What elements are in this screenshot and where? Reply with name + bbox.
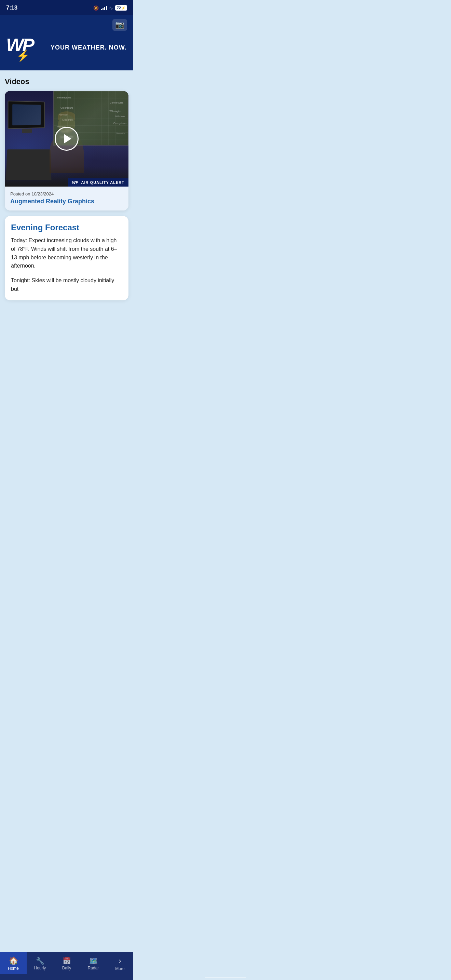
monitor-left [8,100,45,129]
play-button[interactable] [55,127,79,151]
forecast-card: Evening Forecast Today: Expect increasin… [5,216,129,301]
battery-unit: ⚡ [121,6,125,10]
air-quality-banner: WP AIR QUALITY ALERT [68,178,129,186]
battery-level: 72 [117,6,121,10]
battery-badge: 72 ⚡ [115,5,127,11]
video-title[interactable]: Augmented Reality Graphics [10,198,123,205]
header-top: 📷 [6,19,127,31]
play-triangle-icon [64,134,71,143]
signal-bar-4 [106,6,107,10]
main-content: Videos Ind [0,70,133,340]
videos-section-title: Videos [5,77,129,86]
camera-icon[interactable]: 📷 [113,19,127,31]
laptop [6,150,52,180]
lightning-icon: ⚡ [16,49,30,62]
aq-wp-logo: WP [72,180,79,185]
status-time: 7:13 [6,5,17,11]
video-thumbnail[interactable]: Indianapolis Connersville Greensburg Wil… [5,91,129,186]
mute-icon: 🔕 [93,5,99,11]
forecast-today-text: Today: Expect increasing clouds with a h… [11,237,122,270]
signal-bars [101,5,107,10]
tagline: YOUR WEATHER. NOW. [51,44,127,51]
wifi-icon: ∿ [109,5,113,11]
logo-container: WP ⚡ [6,35,37,59]
app-header: 📷 WP ⚡ YOUR WEATHER. NOW. [0,15,133,70]
status-bar: 7:13 🔕 ∿ 72 ⚡ [0,0,133,15]
header-content: WP ⚡ YOUR WEATHER. NOW. [6,34,127,62]
video-info: Posted on 10/23/2024 Augmented Reality G… [5,186,129,210]
video-posted-date: Posted on 10/23/2024 [10,191,123,196]
logo-wp: WP ⚡ [6,35,37,59]
video-card: Indianapolis Connersville Greensburg Wil… [5,91,129,210]
signal-bar-3 [104,7,105,10]
status-icons: 🔕 ∿ 72 ⚡ [93,5,127,11]
forecast-tonight-text: Tonight: Skies will be mostly cloudy ini… [11,277,122,294]
air-quality-text: AIR QUALITY ALERT [81,180,124,185]
signal-bar-1 [101,9,102,10]
forecast-title: Evening Forecast [11,223,122,232]
signal-bar-2 [103,8,103,10]
